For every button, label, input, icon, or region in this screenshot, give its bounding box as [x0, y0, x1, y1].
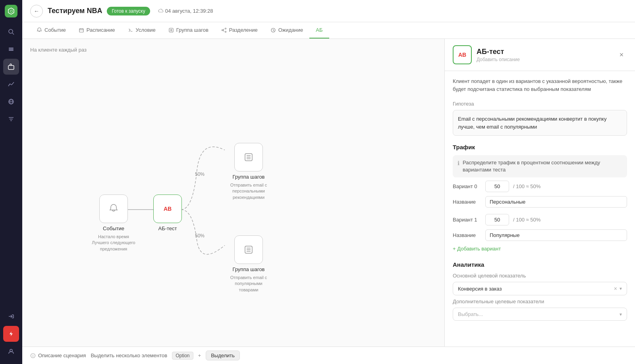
variant0-row: Вариант 0 / 100 ≈ 50%	[453, 181, 627, 192]
event-node-box[interactable]	[99, 195, 128, 223]
panel-description: Клиент попадет в один из вариантов с ука…	[453, 77, 627, 93]
tab-schedule[interactable]: Расписание	[72, 22, 122, 39]
name1-row: Название	[453, 229, 627, 241]
sidebar-item-chart[interactable]	[3, 76, 19, 92]
group2-node-title: Группа шагов	[232, 266, 264, 272]
sidebar-item-lightning[interactable]	[3, 326, 19, 342]
ab-node-box[interactable]: АВ	[153, 195, 182, 223]
footer-plus: +	[198, 352, 201, 358]
variant1-label: Вариант 1	[453, 217, 481, 223]
footer-select-label: Выделить несколько элементов	[91, 352, 167, 358]
sidebar-item-briefcase[interactable]	[3, 59, 19, 75]
svg-line-32	[223, 30, 224, 31]
canvas-label: На клиенте каждый раз	[30, 47, 87, 53]
group2-node[interactable]: Группа шагов Отправить email с популярны…	[225, 235, 272, 293]
info-icon: ℹ	[457, 160, 459, 168]
sidebar-item-user[interactable]	[3, 343, 19, 359]
svg-line-9	[10, 84, 12, 85]
header-date: 04 августа, 12:39:28	[158, 8, 213, 14]
variant1-row: Вариант 1 / 100 ≈ 50%	[453, 214, 627, 225]
svg-text:⬡: ⬡	[10, 10, 13, 13]
primary-clear-button[interactable]: ×	[614, 285, 617, 292]
svg-point-29	[225, 28, 226, 29]
svg-rect-4	[9, 48, 14, 48]
primary-arrow-icon: ▾	[620, 286, 622, 291]
sidebar-item-layers[interactable]	[3, 41, 19, 57]
steps1-icon	[243, 152, 254, 163]
calendar-icon	[79, 27, 84, 33]
event-node-subtitle: Настало время Лучшего следующего предлож…	[90, 234, 137, 252]
event-node-title: Событие	[103, 225, 124, 231]
split-icon	[221, 27, 227, 33]
sidebar-item-search[interactable]	[3, 24, 19, 40]
back-button[interactable]: ←	[30, 5, 43, 17]
svg-rect-20	[79, 29, 83, 32]
footer: Описание сценария Выделить несколько эле…	[22, 347, 635, 364]
name1-input[interactable]	[485, 229, 627, 241]
variant1-input[interactable]	[485, 214, 509, 225]
svg-line-10	[12, 82, 14, 85]
steps-icon	[168, 27, 174, 33]
analytics-title: Аналитика	[453, 261, 627, 268]
tab-event[interactable]: Событие	[30, 22, 72, 39]
tab-ab[interactable]: АБ	[309, 22, 329, 39]
content-area: На клиенте каждый раз 50% 50% Событие	[22, 39, 635, 347]
add-variant-button[interactable]: + Добавить вариант	[453, 244, 627, 253]
panel-avatar: АВ	[453, 45, 472, 64]
svg-point-47	[33, 354, 33, 354]
traffic-info-text: Распределите трафик в процентном соотнош…	[463, 159, 622, 173]
svg-line-3	[12, 33, 14, 35]
main-area: ← Тестируем NBA Готов к запуску 04 авгус…	[22, 0, 635, 364]
ab-node[interactable]: АВ АБ-тест	[153, 195, 182, 231]
select-button[interactable]: Выделить	[206, 351, 240, 360]
panel-close-button[interactable]: ×	[616, 49, 627, 60]
secondary-arrow-icon: ▾	[620, 312, 622, 317]
sidebar-item-globe[interactable]	[3, 94, 19, 110]
tab-wait[interactable]: Ожидание	[264, 22, 310, 39]
svg-rect-6	[9, 50, 14, 51]
group2-node-box[interactable]	[234, 235, 263, 264]
secondary-select[interactable]: Выбрать... ▾	[453, 308, 627, 321]
group1-node-subtitle: Отправить email с персональными рекоенда…	[225, 182, 272, 200]
analytics-section: Аналитика Основной целевой показатель Ко…	[453, 261, 627, 321]
panel-subtitle[interactable]: Добавить описание	[477, 57, 611, 62]
traffic-title: Трафик	[453, 144, 627, 150]
ab-node-title: АБ-тест	[158, 225, 177, 231]
ab-node-icon: АВ	[164, 206, 172, 212]
sidebar-item-exit[interactable]	[3, 308, 19, 324]
steps2-icon	[243, 244, 254, 255]
primary-select[interactable]: Конверсия в заказ × ▾	[453, 282, 627, 295]
condition-icon	[128, 27, 133, 33]
footer-info-icon	[30, 353, 36, 358]
panel-header: АВ АБ-тест Добавить описание ×	[445, 39, 635, 71]
svg-text:50%: 50%	[195, 171, 205, 177]
svg-point-19	[10, 349, 12, 352]
tab-condition[interactable]: Условие	[122, 22, 162, 39]
variant0-fraction: / 100 ≈ 50%	[513, 183, 540, 189]
sidebar-item-filter[interactable]	[3, 111, 19, 127]
bell-icon	[37, 27, 42, 33]
hypothesis-section: Гипотеза Email с персональными рекоменда…	[453, 101, 627, 136]
group1-node-box[interactable]	[234, 143, 263, 171]
tab-split[interactable]: Разделение	[215, 22, 264, 39]
name0-input[interactable]	[485, 196, 627, 208]
variant0-label: Вариант 0	[453, 183, 481, 189]
select-actions: × ▾	[614, 285, 622, 292]
hypothesis-label: Гипотеза	[453, 101, 627, 107]
variant0-input[interactable]	[485, 181, 509, 192]
secondary-placeholder: Выбрать...	[458, 311, 483, 317]
app-logo[interactable]: ⬡	[5, 5, 17, 17]
primary-label: Основной целевой показатель	[453, 273, 627, 279]
secondary-label: Дополнительные целевые показатели	[453, 299, 627, 304]
group1-node[interactable]: Группа шагов Отправить email с персональ…	[225, 143, 272, 200]
panel-title: АБ-тест	[477, 48, 611, 56]
traffic-section: Трафик ℹ Распределите трафик в процентно…	[453, 144, 627, 253]
cloud-icon	[158, 8, 164, 14]
canvas: На клиенте каждый раз 50% 50% Событие	[22, 39, 444, 347]
event-node[interactable]: Событие Настало время Лучшего следующего…	[90, 195, 137, 252]
tab-step-group[interactable]: Группа шагов	[162, 22, 215, 39]
sidebar: ⬡	[0, 0, 22, 364]
hypothesis-box[interactable]: Email с персональными рекомендациями кон…	[453, 110, 627, 136]
svg-marker-18	[10, 331, 13, 336]
sidebar-bottom	[3, 308, 19, 359]
